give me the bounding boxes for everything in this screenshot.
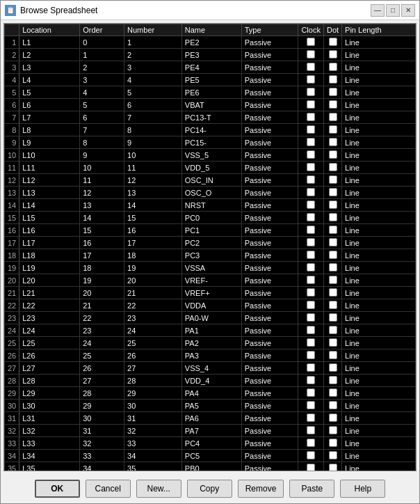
- cell-dot[interactable]: [323, 437, 341, 450]
- cell-dot[interactable]: [323, 312, 341, 324]
- cell-clock[interactable]: [298, 450, 324, 462]
- table-row[interactable]: 3L323PE4PassiveLine: [5, 61, 416, 74]
- cell-dot[interactable]: [323, 36, 341, 49]
- dot-checkbox[interactable]: [329, 376, 337, 384]
- table-row[interactable]: 20L201920VREF-PassiveLine: [5, 274, 416, 287]
- clock-checkbox[interactable]: [307, 363, 315, 372]
- cell-clock[interactable]: [298, 36, 324, 49]
- table-row[interactable]: 34L343334PC5PassiveLine: [5, 450, 416, 462]
- cell-dot[interactable]: [323, 111, 341, 124]
- cell-clock[interactable]: [298, 287, 324, 299]
- dot-checkbox[interactable]: [329, 138, 337, 146]
- cell-clock[interactable]: [298, 274, 324, 287]
- cell-dot[interactable]: [323, 124, 341, 136]
- table-row[interactable]: 21L212021VREF+PassiveLine: [5, 287, 416, 299]
- cell-dot[interactable]: [323, 212, 341, 224]
- table-row[interactable]: 28L282728VDD_4PassiveLine: [5, 375, 416, 387]
- clock-checkbox[interactable]: [307, 238, 315, 246]
- cell-dot[interactable]: [323, 86, 341, 99]
- table-row[interactable]: 8L878PC14-PassiveLine: [5, 124, 416, 136]
- dot-checkbox[interactable]: [329, 213, 337, 221]
- cell-clock[interactable]: [298, 61, 324, 74]
- dot-checkbox[interactable]: [329, 451, 337, 459]
- dot-checkbox[interactable]: [329, 251, 337, 259]
- table-row[interactable]: 18L181718PC3PassiveLine: [5, 249, 416, 262]
- table-row[interactable]: 7L767PC13-TPassiveLine: [5, 111, 416, 124]
- clock-checkbox[interactable]: [307, 226, 315, 234]
- dot-checkbox[interactable]: [329, 238, 337, 246]
- table-row[interactable]: 2L212PE3PassiveLine: [5, 49, 416, 61]
- remove-button[interactable]: Remove: [238, 480, 284, 498]
- clock-checkbox[interactable]: [307, 376, 315, 384]
- clock-checkbox[interactable]: [307, 326, 315, 334]
- dot-checkbox[interactable]: [329, 63, 337, 71]
- cell-dot[interactable]: [323, 324, 341, 337]
- cell-clock[interactable]: [298, 324, 324, 337]
- clock-checkbox[interactable]: [307, 175, 315, 184]
- dot-checkbox[interactable]: [329, 351, 337, 359]
- cell-dot[interactable]: [323, 349, 341, 362]
- dot-checkbox[interactable]: [329, 313, 337, 322]
- cell-clock[interactable]: [298, 400, 324, 412]
- dot-checkbox[interactable]: [329, 326, 337, 334]
- dot-checkbox[interactable]: [329, 38, 337, 46]
- dot-checkbox[interactable]: [329, 113, 337, 121]
- cell-clock[interactable]: [298, 375, 324, 387]
- table-row[interactable]: 9L989PC15-PassiveLine: [5, 136, 416, 149]
- clock-checkbox[interactable]: [307, 200, 315, 209]
- table-row[interactable]: 35L353435PB0PassiveLine: [5, 462, 416, 472]
- dot-checkbox[interactable]: [329, 401, 337, 409]
- cell-dot[interactable]: [323, 299, 341, 312]
- table-row[interactable]: 14L141314NRSTPassiveLine: [5, 199, 416, 212]
- clock-checkbox[interactable]: [307, 125, 315, 134]
- table-row[interactable]: 5L545PE6PassiveLine: [5, 86, 416, 99]
- cell-dot[interactable]: [323, 136, 341, 149]
- table-row[interactable]: 12L121112OSC_INPassiveLine: [5, 174, 416, 187]
- table-row[interactable]: 17L171617PC2PassiveLine: [5, 237, 416, 249]
- table-row[interactable]: 27L272627VSS_4PassiveLine: [5, 362, 416, 375]
- cell-clock[interactable]: [298, 86, 324, 99]
- dot-checkbox[interactable]: [329, 388, 337, 397]
- table-row[interactable]: 32L323132PA7PassiveLine: [5, 425, 416, 437]
- table-row[interactable]: 16L161516PC1PassiveLine: [5, 224, 416, 237]
- cell-clock[interactable]: [298, 387, 324, 400]
- cell-clock[interactable]: [298, 99, 324, 111]
- clock-checkbox[interactable]: [307, 414, 315, 422]
- cancel-button[interactable]: Cancel: [86, 480, 131, 498]
- dot-checkbox[interactable]: [329, 50, 337, 58]
- cell-clock[interactable]: [298, 249, 324, 262]
- clock-checkbox[interactable]: [307, 150, 315, 159]
- cell-dot[interactable]: [323, 450, 341, 462]
- cell-dot[interactable]: [323, 174, 341, 187]
- table-row[interactable]: 13L131213OSC_OPassiveLine: [5, 187, 416, 199]
- table-row[interactable]: 24L242324PA1PassiveLine: [5, 324, 416, 337]
- table-row[interactable]: 6L656VBATPassiveLine: [5, 99, 416, 111]
- clock-checkbox[interactable]: [307, 63, 315, 71]
- clock-checkbox[interactable]: [307, 439, 315, 447]
- cell-clock[interactable]: [298, 111, 324, 124]
- clock-checkbox[interactable]: [307, 213, 315, 221]
- cell-dot[interactable]: [323, 462, 341, 472]
- table-row[interactable]: 26L262526PA3PassiveLine: [5, 349, 416, 362]
- cell-clock[interactable]: [298, 437, 324, 450]
- cell-dot[interactable]: [323, 425, 341, 437]
- cell-dot[interactable]: [323, 49, 341, 61]
- table-row[interactable]: 1L101PE2PassiveLine: [5, 36, 416, 49]
- dot-checkbox[interactable]: [329, 338, 337, 347]
- cell-dot[interactable]: [323, 412, 341, 425]
- close-button[interactable]: ✕: [401, 4, 415, 17]
- cell-clock[interactable]: [298, 237, 324, 249]
- cell-clock[interactable]: [298, 149, 324, 162]
- cell-clock[interactable]: [298, 412, 324, 425]
- cell-clock[interactable]: [298, 312, 324, 324]
- clock-checkbox[interactable]: [307, 38, 315, 46]
- clock-checkbox[interactable]: [307, 100, 315, 109]
- cell-dot[interactable]: [323, 249, 341, 262]
- cell-clock[interactable]: [298, 425, 324, 437]
- cell-clock[interactable]: [298, 337, 324, 349]
- cell-dot[interactable]: [323, 61, 341, 74]
- cell-dot[interactable]: [323, 400, 341, 412]
- cell-dot[interactable]: [323, 274, 341, 287]
- dot-checkbox[interactable]: [329, 226, 337, 234]
- cell-dot[interactable]: [323, 224, 341, 237]
